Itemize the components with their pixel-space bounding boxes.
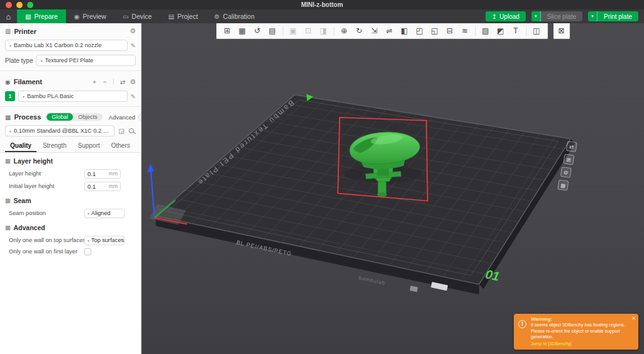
plate-lock-icon[interactable]: ⊠	[564, 154, 574, 165]
tab-label: Preview	[83, 13, 106, 20]
auto-orient-icon[interactable]: ↺	[250, 25, 265, 38]
printer-preset-value: Bambu Lab X1 Carbon 0.2 nozzle	[14, 42, 102, 48]
process-parameters: ▤Layer heightLayer height0.1mmInitial la…	[0, 153, 141, 354]
print-plate-button[interactable]: Print plate	[597, 11, 638, 21]
plate-brand-label: bambulab	[358, 275, 386, 286]
filament-icon: ◉	[5, 79, 11, 86]
scope-objects-button[interactable]: Objects	[73, 113, 103, 121]
process-section-header: ▦ Process Global Objects Advanced ▦ ◈	[0, 109, 141, 123]
z-axis	[151, 170, 155, 218]
print-dropdown-button[interactable]: ▾	[588, 11, 597, 21]
zoom-window-button[interactable]	[27, 2, 33, 8]
slice-dropdown-button[interactable]: ▾	[531, 11, 541, 21]
remove-filament-icon[interactable]: −	[102, 79, 108, 86]
assembly-view-icon[interactable]: ◫	[529, 25, 544, 38]
printer-settings-gear-icon[interactable]: ⚙	[130, 27, 136, 35]
save-preset-icon[interactable]: ◲	[118, 128, 126, 135]
merge-icon[interactable]: ⊟	[442, 25, 457, 38]
toast-jump-link[interactable]: Jump to [3DBenchy]	[531, 341, 628, 346]
param-select[interactable]: ▾Top surfaces	[84, 236, 125, 245]
minimize-window-button[interactable]	[16, 2, 23, 8]
printer-preset-combo[interactable]: ▾ Bambu Lab X1 Carbon 0.2 nozzle	[5, 40, 128, 51]
divider	[0, 70, 141, 71]
build-plate[interactable]	[156, 95, 571, 284]
text-tool-icon[interactable]: T	[508, 25, 523, 38]
process-tab-others[interactable]: Others	[106, 140, 135, 152]
arrange-icon[interactable]: ▤	[265, 25, 280, 38]
param-label: Only one wall on top surfaces	[9, 237, 84, 243]
filament-settings-gear-icon[interactable]: ⚙	[130, 78, 136, 86]
toast-title: Warning:	[531, 316, 628, 322]
param-row: Layer height0.1mm	[0, 167, 141, 180]
rotate-icon[interactable]: ↻	[352, 25, 367, 38]
lay-on-face-icon[interactable]: ◧	[397, 25, 412, 38]
plate-arrange-icon[interactable]: ⇄	[566, 141, 577, 152]
tab-project[interactable]: ▤Project	[160, 9, 206, 23]
tab-label: Device	[131, 13, 152, 20]
plate-settings-icon[interactable]: ⚙	[560, 167, 571, 178]
upload-button[interactable]: ↥ Upload	[486, 11, 526, 21]
mirror-icon[interactable]: ⇌	[382, 25, 397, 38]
viewport-toolbar: ⊞▦↺▤▣⊡◨⊕↻⇲⇌◧◰◱⊟≋▨◩T◫⊠	[216, 23, 570, 39]
process-preset-row: ▾ 0.10mm Standard @BBL X1C 0.2 nozzle ◲	[0, 123, 141, 138]
process-preset-combo[interactable]: ▾ 0.10mm Standard @BBL X1C 0.2 nozzle	[5, 125, 114, 136]
tab-calibration[interactable]: ⚙Calibration	[206, 9, 263, 23]
edit-filament-icon[interactable]: ✎	[131, 93, 136, 100]
tab-device[interactable]: ▭Device	[114, 9, 160, 23]
bambu-studio-window: MINI-z-bottom ⌂ ▧Prepare◉Preview▭Device▤…	[0, 0, 644, 354]
plate-number[interactable]: 01	[484, 267, 501, 284]
scale-icon[interactable]: ⇲	[367, 25, 382, 38]
process-tab-quality[interactable]: Quality	[5, 140, 36, 152]
copy-icon: ▣	[286, 25, 301, 38]
param-input[interactable]: 0.1mm	[84, 169, 121, 179]
param-input[interactable]: 0.1mm	[84, 182, 121, 191]
scope-global-button[interactable]: Global	[47, 113, 73, 121]
arrange-plates-icon[interactable]: ⊠	[554, 25, 569, 38]
add-filament-icon[interactable]: ＋	[90, 77, 99, 86]
toolbar-strip: ⊞▦↺▤▣⊡◨⊕↻⇲⇌◧◰◱⊟≋▨◩T◫	[216, 23, 548, 39]
param-checkbox[interactable]	[84, 248, 91, 255]
param-control	[84, 248, 136, 255]
printer-section-title: Printer	[14, 28, 36, 35]
toast-close-icon[interactable]: ✕	[631, 316, 636, 321]
process-tab-strength[interactable]: Strength	[38, 140, 72, 152]
flush-volumes-icon[interactable]: ⇄	[119, 79, 126, 86]
plate-type-row: Plate type ▾ Textured PEI Plate	[0, 53, 141, 68]
viewport-3d[interactable]: ⊞▦↺▤▣⊡◨⊕↻⇲⇌◧◰◱⊟≋▨◩T◫⊠ Ba	[142, 23, 644, 354]
warning-icon: !	[518, 320, 526, 328]
plate-type-combo[interactable]: ▾ Textured PEI Plate	[36, 55, 136, 66]
chevron-down-icon: ▾	[40, 58, 42, 63]
home-button[interactable]: ⌂	[0, 9, 17, 23]
filament-slot-1[interactable]: 1	[5, 91, 15, 101]
project-icon: ▤	[168, 13, 174, 20]
param-section-header: ▤Seam	[0, 192, 141, 207]
support-painting-icon[interactable]: ▨	[478, 25, 493, 38]
param-select[interactable]: ▾Aligned	[84, 209, 125, 218]
split-to-parts-icon[interactable]: ◱	[427, 25, 442, 38]
add-icon[interactable]: ⊞	[219, 25, 235, 38]
toolbar-divider	[475, 26, 475, 36]
plate-name-icon[interactable]: ▦	[558, 180, 569, 191]
split-to-objects-icon[interactable]: ◰	[412, 25, 427, 38]
tab-prepare[interactable]: ▧Prepare	[17, 9, 66, 23]
search-settings-icon[interactable]	[129, 128, 134, 133]
seam-painting-icon[interactable]: ◩	[493, 25, 508, 38]
param-control: ▾Aligned	[84, 209, 136, 218]
param-row: Initial layer height0.1mm	[0, 180, 141, 192]
param-row: Seam position▾Aligned	[0, 207, 141, 219]
edit-printer-icon[interactable]: ✎	[131, 42, 136, 49]
filament-section-header: ◉ Filament ＋ − ⇄ ⚙	[0, 74, 141, 89]
filament-section-title: Filament	[14, 78, 42, 86]
close-window-button[interactable]	[6, 2, 12, 8]
move-icon[interactable]: ⊕	[336, 25, 352, 38]
variable-layer-height-icon[interactable]: ≋	[457, 25, 472, 38]
section-icon: ▤	[5, 197, 11, 204]
chevron-down-icon: ▾	[87, 238, 89, 243]
process-tab-support[interactable]: Support	[73, 140, 105, 152]
model-peg	[378, 182, 386, 194]
filament-preset-combo[interactable]: ▾ Bambu PLA Basic	[18, 91, 128, 102]
slice-plate-button[interactable]: Slice plate	[541, 11, 582, 21]
tab-preview[interactable]: ◉Preview	[66, 9, 114, 23]
add-plate-icon[interactable]: ▦	[235, 25, 250, 38]
section-icon: ▤	[5, 158, 11, 164]
